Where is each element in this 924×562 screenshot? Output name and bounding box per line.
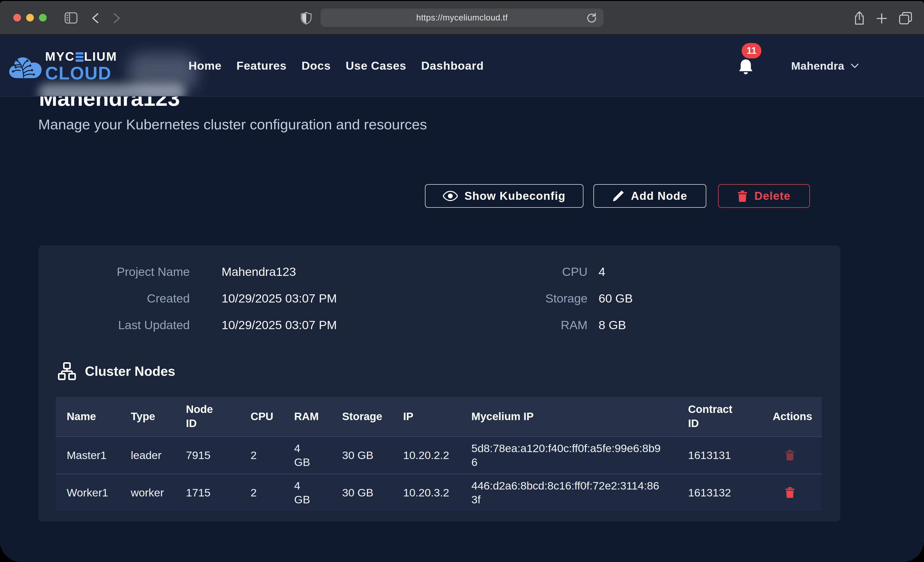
nodes-table-header: NameTypeNode IDCPURAMStorageIPMycelium I… bbox=[56, 397, 822, 436]
browser-window: https://myceliumcloud.tf bbox=[0, 1, 924, 562]
cell-mycelium-ip: 5d8:78ea:a120:f40c:ff0f:a5fe:99e6:8b96 bbox=[471, 441, 663, 469]
logo-e-icon bbox=[76, 52, 83, 61]
site-logo[interactable]: MYCLIUM CLOUD bbox=[9, 51, 117, 82]
meta-value: 4 bbox=[598, 265, 605, 279]
share-icon[interactable] bbox=[854, 11, 865, 25]
privacy-shield-icon[interactable] bbox=[301, 12, 312, 25]
delete-node-button[interactable] bbox=[785, 487, 795, 499]
trash-icon bbox=[785, 449, 795, 460]
show-kubeconfig-button[interactable]: Show Kubeconfig bbox=[425, 184, 584, 208]
delete-node-button[interactable] bbox=[785, 449, 795, 461]
logo-wordmark: MYCLIUM CLOUD bbox=[45, 51, 117, 82]
nav-item-home[interactable]: Home bbox=[189, 59, 222, 72]
node-row-master1: Master1leader791524 GB30 GB10.20.2.25d8:… bbox=[56, 436, 822, 474]
meta-value: 8 GB bbox=[598, 318, 626, 332]
cell-type: worker bbox=[131, 486, 186, 499]
notification-badge: 11 bbox=[742, 43, 761, 58]
tab-overview-icon[interactable] bbox=[899, 12, 912, 25]
cell-storage: 30 GB bbox=[342, 486, 403, 499]
url-text: https://myceliumcloud.tf bbox=[321, 9, 603, 27]
back-button-icon[interactable] bbox=[91, 13, 99, 24]
main-nav: HomeFeaturesDocsUse CasesDashboard bbox=[189, 35, 484, 97]
node-row-worker1: Worker1worker171524 GB30 GB10.20.3.2446:… bbox=[56, 474, 822, 511]
notifications-button[interactable]: 11 bbox=[738, 43, 764, 76]
cell-contract-id: 1613131 bbox=[688, 448, 773, 462]
site-header: MYCLIUM CLOUD HomeFeaturesDocsUse CasesD… bbox=[0, 35, 924, 97]
cell-ip: 10.20.3.2 bbox=[403, 486, 471, 499]
cell-node-id: 7915 bbox=[186, 448, 250, 462]
user-name: Mahendra bbox=[791, 60, 844, 72]
window-zoom-button[interactable] bbox=[39, 14, 46, 21]
new-tab-icon[interactable] bbox=[876, 13, 887, 24]
cell-cpu: 2 bbox=[250, 486, 294, 499]
add-node-button[interactable]: Add Node bbox=[593, 184, 706, 208]
cell-cpu: 2 bbox=[250, 448, 294, 462]
meta-value: 60 GB bbox=[598, 291, 633, 305]
cloud-logo-icon bbox=[9, 54, 42, 78]
bell-icon bbox=[738, 59, 753, 76]
network-icon bbox=[58, 362, 76, 380]
column-header-storage: Storage bbox=[342, 410, 403, 424]
cell-name: Worker1 bbox=[67, 486, 131, 499]
meta-label: Storage bbox=[38, 291, 588, 305]
cell-storage: 30 GB bbox=[342, 448, 403, 462]
user-menu[interactable]: Mahendra bbox=[791, 35, 859, 97]
column-header-type: Type bbox=[131, 410, 186, 424]
cell-ip: 10.20.2.2 bbox=[403, 448, 471, 462]
pencil-icon bbox=[612, 190, 624, 202]
cell-mycelium-ip: 446:d2a6:8bcd:8c16:ff0f:72e2:3114:863f bbox=[471, 479, 663, 507]
forward-button-icon[interactable] bbox=[113, 13, 121, 24]
column-header-actions: Actions bbox=[773, 410, 822, 424]
cell-node-id: 1715 bbox=[186, 486, 250, 499]
cell-type: leader bbox=[131, 448, 186, 462]
column-header-cpu: CPU bbox=[250, 410, 294, 424]
reload-icon[interactable] bbox=[586, 12, 597, 23]
column-header-myc: Mycelium IP bbox=[471, 410, 688, 424]
cluster-actions: Show Kubeconfig Add Node Delete bbox=[0, 184, 924, 208]
cell-ram: 4 GB bbox=[294, 479, 342, 507]
meta-label: RAM bbox=[38, 318, 588, 332]
project-card: Project NameMahendra123Created10/29/2025… bbox=[38, 245, 840, 522]
nav-item-features[interactable]: Features bbox=[237, 59, 287, 72]
window-minimize-button[interactable] bbox=[26, 14, 34, 21]
cell-name: Master1 bbox=[67, 448, 131, 462]
meta-row: Storage60 GB bbox=[38, 285, 633, 311]
nodes-table: NameTypeNode IDCPURAMStorageIPMycelium I… bbox=[56, 397, 822, 511]
column-header-name: Name bbox=[67, 410, 131, 424]
meta-row: RAM8 GB bbox=[38, 311, 626, 338]
meta-row: CPU4 bbox=[38, 258, 605, 285]
column-header-ram: RAM bbox=[294, 410, 342, 424]
chevron-down-icon bbox=[851, 63, 859, 69]
webpage: MYCLIUM CLOUD HomeFeaturesDocsUse CasesD… bbox=[0, 35, 924, 562]
page-subtitle: Manage your Kubernetes cluster configura… bbox=[38, 117, 427, 132]
window-close-button[interactable] bbox=[14, 14, 21, 21]
cluster-nodes-heading: Cluster Nodes bbox=[58, 362, 176, 380]
column-header-ip: IP bbox=[403, 410, 471, 424]
delete-cluster-button[interactable]: Delete bbox=[718, 184, 810, 208]
sidebar-toggle-icon[interactable] bbox=[64, 12, 78, 24]
address-bar[interactable]: https://myceliumcloud.tf bbox=[321, 9, 603, 27]
cell-actions bbox=[773, 487, 822, 499]
nav-item-docs[interactable]: Docs bbox=[302, 59, 331, 72]
column-header-contract: Contract ID bbox=[688, 402, 773, 430]
nav-item-dashboard[interactable]: Dashboard bbox=[421, 59, 484, 72]
eye-icon bbox=[443, 191, 458, 201]
trash-icon bbox=[785, 487, 795, 498]
nav-item-use-cases[interactable]: Use Cases bbox=[346, 59, 406, 72]
trash-icon bbox=[737, 190, 747, 202]
cell-actions bbox=[773, 449, 822, 461]
browser-toolbar: https://myceliumcloud.tf bbox=[0, 1, 924, 34]
cell-contract-id: 1613132 bbox=[688, 486, 773, 499]
column-header-nodeid: Node ID bbox=[186, 402, 250, 430]
cell-ram: 4 GB bbox=[294, 441, 342, 469]
meta-label: CPU bbox=[38, 265, 588, 279]
screenshot-stage: https://myceliumcloud.tf bbox=[0, 0, 924, 562]
blurred-title-top bbox=[39, 84, 185, 97]
